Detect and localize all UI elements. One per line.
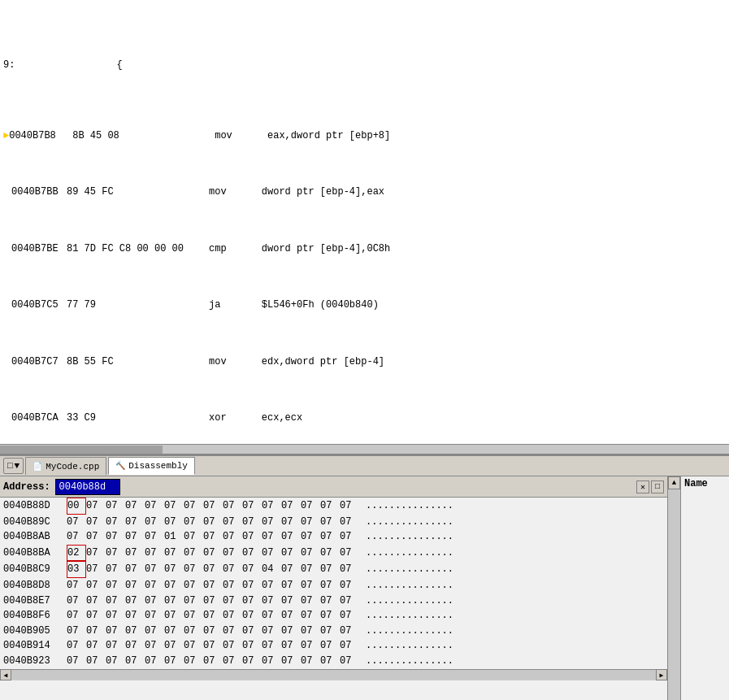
mem-byte-8-13: 07 (320, 624, 340, 639)
mem-byte-0-6: 07 (184, 498, 203, 514)
mem-byte-7-6: 07 (184, 608, 203, 624)
mem-max-btn[interactable]: □ (651, 480, 664, 493)
mem-byte-0-13: 07 (320, 498, 340, 514)
mem-row-0040B923: 0040B923070707070707070707070707070707..… (0, 654, 667, 669)
mem-byte-10-3: 07 (125, 654, 145, 669)
mem-byte-10-10: 07 (262, 654, 281, 669)
mem-byte-0-9: 07 (242, 498, 262, 514)
mem-byte-2-10: 07 (262, 529, 281, 545)
mem-byte-7-0: 07 (67, 608, 86, 624)
mem-byte-10-12: 07 (301, 654, 320, 669)
mem-byte-7-8: 07 (223, 608, 242, 624)
mem-byte-4-2: 07 (106, 562, 125, 577)
mem-byte-0-5: 07 (164, 498, 184, 514)
mem-byte-8-4: 07 (145, 624, 164, 639)
mem-byte-6-12: 07 (301, 593, 320, 609)
mem-byte-3-1: 07 (86, 546, 106, 561)
mem-byte-10-9: 07 (242, 654, 262, 669)
mem-byte-6-13: 07 (320, 593, 340, 609)
mem-byte-7-3: 07 (125, 608, 145, 624)
mem-byte-9-12: 07 (301, 638, 320, 654)
mem-byte-1-13: 07 (320, 515, 340, 530)
mem-byte-1-4: 07 (145, 515, 164, 530)
disasm-h-scrollbar[interactable] (0, 444, 729, 454)
mem-byte-6-14: 07 (340, 593, 359, 609)
mem-byte-0-4: 07 (145, 498, 164, 514)
mem-byte-1-14: 07 (340, 515, 359, 530)
mem-byte-8-1: 07 (86, 624, 106, 639)
mem-byte-6-5: 07 (164, 593, 184, 609)
mem-byte-2-1: 07 (86, 529, 106, 545)
name-panel: Name (680, 476, 729, 700)
mem-byte-7-9: 07 (242, 608, 262, 624)
mem-scroll-right-btn[interactable]: ▶ (656, 669, 667, 680)
mem-byte-10-11: 07 (281, 654, 301, 669)
mem-byte-9-8: 07 (223, 638, 242, 654)
mem-byte-3-13: 07 (320, 546, 340, 561)
mem-byte-8-10: 07 (262, 624, 281, 639)
mem-byte-9-4: 07 (145, 638, 164, 654)
mem-ascii-6: ............... (366, 593, 453, 609)
mem-ascii-10: ............... (366, 654, 453, 669)
mem-byte-2-3: 07 (125, 529, 145, 545)
address-bar: Address: ✕ □ (0, 476, 667, 498)
mem-byte-1-8: 07 (223, 515, 242, 530)
mem-byte-5-1: 07 (86, 578, 106, 593)
mem-h-track[interactable] (11, 670, 656, 680)
tab-dropdown-arrow: ▼ (15, 461, 20, 471)
mem-addr-0040B923: 0040B923 (3, 654, 67, 669)
mem-scroll-up-btn[interactable]: ▲ (668, 476, 680, 489)
current-arrow: ► (3, 129, 9, 143)
mem-byte-2-6: 07 (184, 529, 203, 545)
mem-byte-8-9: 07 (242, 624, 262, 639)
mem-byte-2-12: 07 (301, 529, 320, 545)
mem-byte-3-6: 07 (184, 546, 203, 561)
mem-addr-0040B89C: 0040B89C (3, 515, 67, 530)
mem-byte-0-14: 07 (340, 498, 359, 514)
mem-byte-3-5: 07 (164, 546, 184, 561)
mem-scroll-left-btn[interactable]: ◀ (0, 669, 11, 680)
tab-dropdown-btn[interactable]: □ ▼ (3, 458, 24, 474)
asm-line-0040B7BE: 0040B7BE 81 7D FC C8 00 00 00 cmp dword … (3, 242, 726, 256)
mem-ascii-1: ............... (366, 515, 453, 530)
memory-section: Address: ✕ □ 0040B88D0007070707070707070… (0, 476, 729, 700)
mem-byte-5-13: 07 (320, 578, 340, 593)
mem-addr-0040B914: 0040B914 (3, 638, 67, 654)
tab-disassembly[interactable]: 🔨 Disassembly (108, 457, 195, 475)
address-input[interactable] (55, 479, 120, 495)
addr-bar-controls: ✕ □ (636, 480, 664, 493)
tab-dropdown-icon: □ (7, 461, 13, 471)
mem-h-scrollbar[interactable]: ◀ ▶ (0, 669, 667, 680)
mem-v-scrollbar[interactable]: ▲ ▼ (667, 476, 680, 700)
mem-byte-10-6: 07 (184, 654, 203, 669)
h-scroll-track[interactable] (0, 445, 729, 454)
mem-byte-9-9: 07 (242, 638, 262, 654)
tab-mycode[interactable]: 📄 MyCode.cpp (25, 457, 106, 475)
mem-byte-8-12: 07 (301, 624, 320, 639)
mem-byte-9-5: 07 (164, 638, 184, 654)
mem-byte-4-14: 07 (340, 562, 359, 577)
mem-scroll-track[interactable] (668, 489, 680, 700)
mem-byte-3-4: 07 (145, 546, 164, 561)
mem-addr-0040B8F6: 0040B8F6 (3, 608, 67, 624)
mem-byte-8-0: 07 (67, 624, 86, 639)
mem-byte-4-5: 07 (164, 562, 184, 577)
mem-row-0040B8BA: 0040B8BA020707070707070707070707070707..… (0, 545, 667, 562)
mem-byte-0-12: 07 (301, 498, 320, 514)
mem-byte-4-13: 07 (320, 562, 340, 577)
mem-row-0040B8F6: 0040B8F6070707070707070707070707070707..… (0, 608, 667, 624)
mem-byte-10-13: 07 (320, 654, 340, 669)
mem-byte-6-11: 07 (281, 593, 301, 609)
address-label: Address: (3, 481, 50, 493)
mem-byte-7-5: 07 (164, 608, 184, 624)
mem-close-btn[interactable]: ✕ (636, 480, 649, 493)
mem-byte-5-10: 07 (262, 578, 281, 593)
mem-byte-7-12: 07 (301, 608, 320, 624)
mem-byte-2-4: 07 (145, 529, 164, 545)
mem-row-0040B88D: 0040B88D000707070707070707070707070707..… (0, 498, 667, 515)
mem-byte-10-1: 07 (86, 654, 106, 669)
mem-byte-2-0: 07 (67, 529, 86, 545)
mem-byte-6-10: 07 (262, 593, 281, 609)
mem-ascii-9: ............... (366, 638, 453, 654)
mem-byte-0-1: 07 (86, 498, 106, 514)
